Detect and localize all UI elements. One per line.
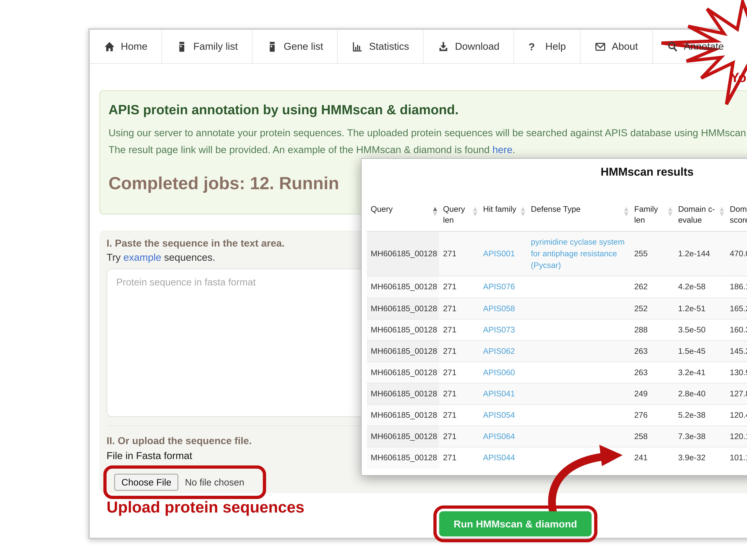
cell-domain_c_evalue: 3.9e-32 bbox=[674, 447, 726, 468]
column-header-family_len[interactable]: Family len▲▼ bbox=[630, 202, 674, 232]
table-row: MH606185_00128271APIS0442413.9e-32101.12… bbox=[367, 447, 747, 468]
hmmscan-results-popup: HMMscan results Search: Query▲▼Query len… bbox=[361, 158, 747, 476]
you-are-here-label: You are here bbox=[730, 70, 747, 85]
hit_family-link[interactable]: APIS044 bbox=[483, 453, 515, 462]
cell-domain_score: 101.1 bbox=[726, 447, 747, 468]
column-header-domain_c_evalue[interactable]: Domain c-evalue▲▼ bbox=[674, 202, 726, 232]
nav-item-help[interactable]: ?Help bbox=[514, 30, 581, 63]
main-container: HomeFamily listGene listStatisticsDownlo… bbox=[88, 28, 747, 539]
navbar: HomeFamily listGene listStatisticsDownlo… bbox=[90, 30, 747, 64]
cell-defense_type: pyrimidine cyclase system for antiphage … bbox=[527, 232, 630, 276]
no-file-chosen-text: No file chosen bbox=[185, 477, 244, 487]
sort-arrows-icon: ▲▼ bbox=[720, 206, 724, 216]
cell-domain_score: 120.1 bbox=[726, 426, 747, 447]
cell-family_len: 249 bbox=[630, 383, 674, 404]
cell-query: MH606185_00128 bbox=[367, 298, 439, 319]
column-header-domain_score[interactable]: Domain score▲▼ bbox=[726, 202, 747, 232]
nav-item-annotate[interactable]: Annotate bbox=[653, 30, 739, 63]
cell-hit_family: APIS060 bbox=[479, 362, 527, 383]
column-header-query[interactable]: Query▲▼ bbox=[367, 202, 439, 232]
column-label: Domain score bbox=[730, 205, 747, 224]
cell-defense_type bbox=[527, 383, 630, 404]
popup-title: HMMscan results bbox=[367, 165, 747, 179]
nav-item-statistics[interactable]: Statistics bbox=[338, 30, 424, 63]
alert-description: Using our server to annotate your protei… bbox=[108, 125, 747, 158]
nav-item-label: Help bbox=[545, 41, 566, 52]
cell-family_len: 276 bbox=[630, 404, 674, 426]
cell-defense_type bbox=[527, 340, 630, 362]
sort-arrows-icon: ▲▼ bbox=[521, 206, 525, 216]
hit_family-link[interactable]: APIS076 bbox=[483, 283, 515, 292]
example-result-link[interactable]: here bbox=[492, 144, 512, 155]
column-header-hit_family[interactable]: Hit family▲▼ bbox=[479, 202, 527, 232]
envelope-icon bbox=[595, 41, 606, 52]
question-icon: ? bbox=[529, 41, 540, 52]
file-input-annotation: Choose File No file chosen bbox=[103, 465, 266, 499]
cell-family_len: 288 bbox=[630, 319, 674, 340]
hit_family-link[interactable]: APIS062 bbox=[483, 346, 515, 355]
cell-hit_family: APIS073 bbox=[479, 319, 527, 340]
nav-item-home[interactable]: Home bbox=[90, 30, 162, 63]
cell-query_len: 271 bbox=[439, 319, 479, 340]
table-row: MH606185_00128271APIS0642587.3e-38120.12… bbox=[367, 426, 747, 447]
cell-query_len: 271 bbox=[439, 276, 479, 298]
nav-item-gene-list[interactable]: Gene list bbox=[253, 30, 338, 63]
nav-item-links[interactable]: Links bbox=[739, 30, 747, 63]
cell-domain_score: 120.4 bbox=[726, 404, 747, 426]
table-row: MH606185_00128271APIS0582521.2e-51165.22… bbox=[367, 298, 747, 319]
cell-domain_score: 165.2 bbox=[726, 298, 747, 319]
cell-domain_c_evalue: 4.2e-58 bbox=[674, 276, 726, 298]
nav-item-label: Statistics bbox=[369, 41, 409, 52]
hit_family-link[interactable]: APIS064 bbox=[483, 432, 515, 441]
chart-icon bbox=[352, 41, 363, 52]
sort-arrows-icon: ▲▼ bbox=[473, 206, 477, 216]
nav-item-download[interactable]: Download bbox=[424, 30, 514, 63]
hit_family-link[interactable]: APIS001 bbox=[483, 249, 515, 258]
sort-arrows-icon: ▲▼ bbox=[624, 206, 628, 216]
cell-domain_c_evalue: 7.3e-38 bbox=[674, 426, 726, 447]
cell-hit_family: APIS044 bbox=[479, 447, 527, 468]
cell-domain_score: 186.1 bbox=[726, 276, 747, 298]
column-label: Hit family bbox=[483, 205, 516, 214]
sort-arrows-icon: ▲▼ bbox=[668, 206, 672, 216]
hit_family-link[interactable]: APIS058 bbox=[483, 304, 515, 313]
choose-file-button[interactable]: Choose File bbox=[114, 474, 179, 490]
results-table-body: MH606185_00128271APIS001pyrimidine cycla… bbox=[367, 232, 747, 468]
run-hmmscan-button[interactable]: Run HMMscan & diamond bbox=[439, 511, 592, 537]
nav-item-label: Home bbox=[121, 41, 148, 52]
hit_family-link[interactable]: APIS041 bbox=[483, 389, 515, 398]
hit_family-link[interactable]: APIS060 bbox=[483, 368, 515, 377]
cell-defense_type bbox=[527, 298, 630, 319]
cell-domain_c_evalue: 5.2e-38 bbox=[674, 404, 726, 426]
hit_family-link[interactable]: APIS054 bbox=[483, 411, 515, 420]
nav-item-label: Download bbox=[455, 41, 499, 52]
cell-query: MH606185_00128 bbox=[367, 383, 439, 404]
defense_type-link[interactable]: pyrimidine cyclase system for antiphage … bbox=[531, 238, 625, 270]
page: You are here HomeFamily listGene listSta… bbox=[0, 0, 747, 560]
cell-domain_score: 145.2 bbox=[726, 340, 747, 362]
nav-item-about[interactable]: About bbox=[581, 30, 653, 63]
example-link[interactable]: example bbox=[123, 252, 161, 263]
journal-icon bbox=[267, 41, 278, 52]
table-row: MH606185_00128271APIS0622631.5e-45145.22… bbox=[367, 340, 747, 362]
hit_family-link[interactable]: APIS073 bbox=[483, 325, 515, 334]
cell-hit_family: APIS054 bbox=[479, 404, 527, 426]
cell-family_len: 262 bbox=[630, 276, 674, 298]
column-label: Domain c-evalue bbox=[678, 205, 715, 224]
download-icon bbox=[438, 41, 449, 52]
cell-domain_score: 160.3 bbox=[726, 319, 747, 340]
nav-item-family-list[interactable]: Family list bbox=[162, 30, 253, 63]
cell-defense_type bbox=[527, 404, 630, 426]
cell-defense_type bbox=[527, 362, 630, 383]
results-table-head: Query▲▼Query len▲▼Hit family▲▼Defense Ty… bbox=[367, 202, 747, 232]
table-row: MH606185_00128271APIS001pyrimidine cycla… bbox=[367, 232, 747, 276]
cell-query: MH606185_00128 bbox=[367, 404, 439, 426]
cell-defense_type bbox=[527, 319, 630, 340]
cell-domain_c_evalue: 1.5e-45 bbox=[674, 340, 726, 362]
cell-family_len: 252 bbox=[630, 298, 674, 319]
column-header-query_len[interactable]: Query len▲▼ bbox=[439, 202, 479, 232]
column-header-defense_type[interactable]: Defense Type▲▼ bbox=[527, 202, 630, 232]
table-row: MH606185_00128271APIS0762624.2e-58186.11… bbox=[367, 276, 747, 298]
cell-domain_c_evalue: 3.2e-41 bbox=[674, 362, 726, 383]
column-label: Query len bbox=[443, 205, 465, 224]
